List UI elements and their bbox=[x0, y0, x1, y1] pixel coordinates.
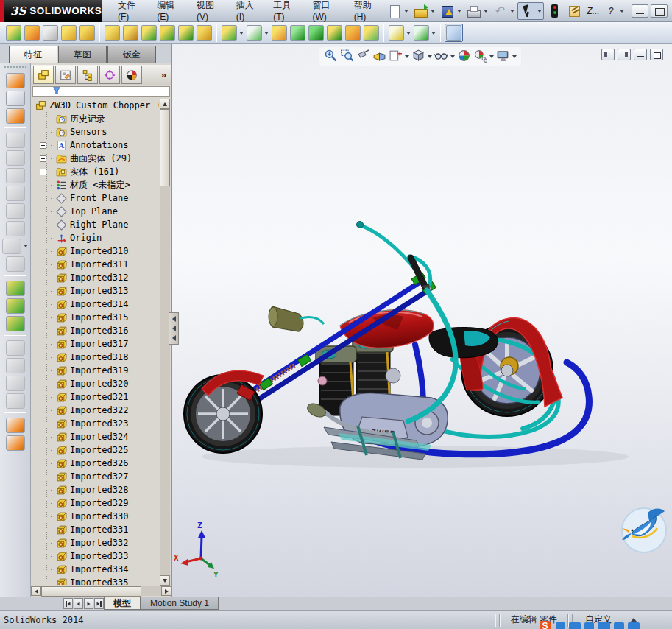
tree-item-imported316[interactable]: Imported316 bbox=[32, 324, 159, 337]
dropdown-caret-icon[interactable] bbox=[512, 55, 517, 58]
commandmanager-tab-0[interactable]: 特征 bbox=[9, 46, 57, 63]
prev-sheet-button[interactable] bbox=[74, 598, 83, 609]
menu-item-6[interactable]: 帮助(H) bbox=[345, 0, 385, 25]
tree-item-imported324[interactable]: Imported324 bbox=[32, 430, 159, 443]
undo-button[interactable] bbox=[491, 3, 516, 19]
dropdown-caret-icon[interactable] bbox=[264, 32, 269, 35]
tree-root-item[interactable]: ZW3D_Custom_Chopper(Def: bbox=[32, 99, 159, 112]
draft-button[interactable] bbox=[289, 24, 306, 41]
tree-item-annotations[interactable]: AAnnotations bbox=[32, 138, 159, 152]
dropdown-caret-icon[interactable] bbox=[239, 32, 244, 35]
next-sheet-button[interactable] bbox=[84, 598, 93, 609]
hem-button[interactable] bbox=[6, 168, 25, 183]
front-wheel[interactable] bbox=[184, 375, 262, 453]
doc-split-left-button[interactable] bbox=[601, 49, 615, 60]
tree-item-sensors[interactable]: Sensors bbox=[32, 125, 159, 138]
panel-overflow-chevron[interactable]: » bbox=[161, 69, 166, 80]
tree-item-topplane[interactable]: Top Plane bbox=[32, 205, 159, 218]
simple-hole-button[interactable] bbox=[6, 298, 25, 314]
doc-restore-button[interactable] bbox=[650, 49, 663, 60]
tree-item-imported314[interactable]: Imported314 bbox=[32, 298, 159, 311]
dropdown-caret-icon[interactable] bbox=[428, 55, 432, 58]
commandmanager-tab-1[interactable]: 草图 bbox=[58, 46, 107, 63]
extruded-cut-button[interactable] bbox=[104, 24, 121, 41]
tree-item-imported329[interactable]: Imported329 bbox=[32, 496, 159, 510]
jog-button[interactable] bbox=[6, 186, 25, 201]
save-button[interactable] bbox=[438, 3, 463, 19]
displaymanager-tab[interactable] bbox=[121, 66, 142, 84]
dropdown-caret-icon[interactable] bbox=[405, 55, 409, 58]
fillet-button[interactable] bbox=[221, 24, 244, 41]
dropdown-caret-icon[interactable] bbox=[431, 32, 436, 35]
lofted-boss-button[interactable] bbox=[60, 24, 77, 41]
dimxpertmanager-tab[interactable] bbox=[99, 66, 120, 84]
help-button[interactable]: ? bbox=[603, 3, 626, 19]
first-sheet-button[interactable] bbox=[63, 598, 73, 609]
menu-item-0[interactable]: 文件(F) bbox=[109, 0, 148, 25]
interrupt-button[interactable] bbox=[545, 3, 564, 19]
revolved-boss-button[interactable] bbox=[24, 24, 40, 41]
menu-item-4[interactable]: 工具(T) bbox=[264, 0, 303, 25]
lofted-cut-button[interactable] bbox=[177, 24, 194, 41]
options-button[interactable] bbox=[565, 3, 584, 19]
swept-flange-button[interactable] bbox=[6, 435, 25, 451]
tree-item-imported315[interactable]: Imported315 bbox=[32, 311, 159, 324]
print-button[interactable] bbox=[464, 3, 489, 19]
no-bends-button[interactable] bbox=[6, 393, 25, 409]
base-flange-button[interactable] bbox=[6, 73, 25, 88]
view-orientation-button[interactable] bbox=[389, 49, 409, 65]
flatten-button[interactable] bbox=[6, 376, 25, 391]
reference-geometry-button[interactable] bbox=[388, 24, 411, 41]
rip-button[interactable] bbox=[6, 418, 25, 433]
tree-item-imported327[interactable]: Imported327 bbox=[32, 470, 159, 483]
shell-button[interactable] bbox=[308, 24, 325, 41]
open-button[interactable] bbox=[411, 3, 436, 19]
scroll-right-button[interactable] bbox=[161, 586, 171, 596]
magnified-selection-button[interactable] bbox=[356, 49, 370, 65]
apply-scene-button[interactable] bbox=[473, 49, 494, 65]
tree-item-[interactable]: 材质 <未指定> bbox=[32, 178, 159, 191]
tree-item-29[interactable]: 曲面实体 (29) bbox=[32, 152, 159, 165]
display-style-button[interactable] bbox=[411, 49, 432, 65]
tree-item-imported311[interactable]: Imported311 bbox=[32, 258, 159, 271]
window-maximize-button[interactable] bbox=[651, 4, 668, 18]
mirror-button[interactable] bbox=[271, 24, 288, 41]
sheet-tab-1[interactable]: Motion Study 1 bbox=[141, 597, 219, 610]
tree-filter-bar[interactable] bbox=[32, 86, 170, 97]
dropdown-caret-icon[interactable] bbox=[620, 10, 624, 13]
scroll-thumb[interactable] bbox=[160, 109, 170, 186]
boundary-cut-button[interactable] bbox=[196, 24, 213, 41]
revolved-cut-button[interactable] bbox=[141, 24, 158, 41]
zoom-tool-label[interactable]: Z... bbox=[585, 3, 601, 19]
section-view-button[interactable] bbox=[372, 49, 386, 65]
tree-item-imported319[interactable]: Imported319 bbox=[32, 364, 159, 377]
commandmanager-tab-2[interactable]: 钣金 bbox=[107, 46, 156, 63]
propertymanager-tab[interactable] bbox=[55, 66, 76, 84]
panel-splitter[interactable] bbox=[169, 312, 179, 345]
tree-horizontal-scrollbar[interactable] bbox=[31, 586, 171, 596]
dropdown-caret-icon[interactable] bbox=[450, 55, 455, 58]
expand-plus-icon[interactable] bbox=[40, 142, 46, 149]
wrap-button[interactable] bbox=[344, 24, 361, 41]
tree-item-imported321[interactable]: Imported321 bbox=[32, 390, 159, 404]
scroll-left-button[interactable] bbox=[31, 586, 41, 596]
dropdown-caret-icon[interactable] bbox=[457, 10, 461, 13]
menu-item-3[interactable]: 插入(I) bbox=[227, 0, 264, 25]
tree-item-imported332[interactable]: Imported332 bbox=[32, 536, 159, 549]
dropdown-caret-icon[interactable] bbox=[537, 10, 542, 13]
rib-button[interactable] bbox=[326, 24, 343, 41]
curves-button[interactable] bbox=[413, 24, 436, 41]
tree-item-frontplane[interactable]: Front Plane bbox=[32, 191, 159, 205]
expand-plus-icon[interactable] bbox=[40, 155, 46, 162]
extruded-boss-button[interactable] bbox=[5, 24, 22, 41]
tree-item-imported334[interactable]: Imported334 bbox=[32, 563, 159, 576]
last-sheet-button[interactable] bbox=[94, 598, 104, 609]
dropdown-caret-icon[interactable] bbox=[24, 245, 28, 247]
tree-item-origin[interactable]: Origin bbox=[32, 231, 159, 245]
unfold-button[interactable] bbox=[6, 340, 25, 356]
instant3d-button[interactable] bbox=[445, 24, 463, 42]
configurationmanager-tab[interactable] bbox=[77, 66, 98, 84]
window-minimize-button[interactable] bbox=[632, 4, 648, 18]
tree-item-[interactable]: 历史记录 bbox=[32, 112, 159, 125]
doc-split-right-button[interactable] bbox=[618, 49, 631, 60]
